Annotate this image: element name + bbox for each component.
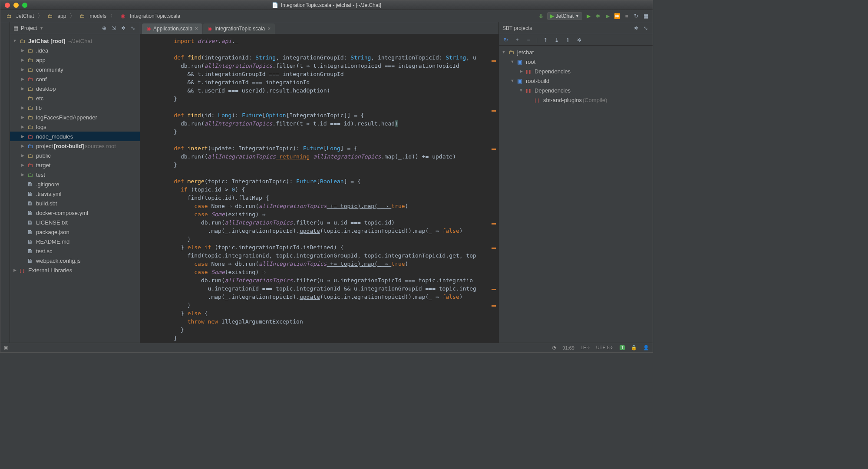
project-file[interactable]: 🗎.gitignore bbox=[10, 179, 140, 189]
project-folder[interactable]: ▶🗀lib bbox=[10, 103, 140, 112]
project-file[interactable]: 🗎package.json bbox=[10, 227, 140, 237]
file-icon: 🗎 bbox=[26, 238, 33, 245]
project-file[interactable]: 🗎README.md bbox=[10, 237, 140, 246]
editor-tab[interactable]: ◉ Application.scala × bbox=[142, 23, 202, 34]
project-file[interactable]: 🗎test.sc bbox=[10, 246, 140, 256]
dependencies-icon: ⫿⫿ bbox=[525, 87, 532, 94]
chevron-down-icon: ▼ bbox=[12, 39, 18, 43]
project-file[interactable]: 🗎docker-compose.yml bbox=[10, 208, 140, 218]
typed-handler-indicator[interactable]: T bbox=[620, 345, 625, 350]
project-folder[interactable]: ▶🗀.idea bbox=[10, 46, 140, 55]
breadcrumb-item[interactable]: ◉IntegrationTopic.scala bbox=[118, 12, 182, 20]
file-icon: 🗎 bbox=[26, 219, 33, 226]
close-icon[interactable]: × bbox=[267, 26, 271, 32]
profile-button[interactable]: ⏩ bbox=[614, 13, 620, 20]
run-configuration-selector[interactable]: ▶ JetChat ▼ bbox=[547, 12, 582, 20]
project-file[interactable]: 🗎webpack.config.js bbox=[10, 256, 140, 265]
project-folder[interactable]: ▶🗀desktop bbox=[10, 84, 140, 93]
project-folder[interactable]: ▶🗀target bbox=[10, 160, 140, 170]
project-folder[interactable]: ▶🗀app bbox=[10, 55, 140, 65]
folder-icon: 🗀 bbox=[79, 13, 86, 20]
project-file[interactable]: 🗎.travis.yml bbox=[10, 189, 140, 198]
folder-icon: 🗀 bbox=[508, 49, 515, 56]
chevron-down-icon: ▼ bbox=[575, 14, 579, 18]
project-tree[interactable]: ▼ 🗀 JetChat [root] ~/JetChat ▶🗀.idea▶🗀ap… bbox=[10, 34, 140, 343]
refresh-icon[interactable]: ↻ bbox=[502, 36, 509, 43]
gear-icon[interactable]: ✲ bbox=[120, 25, 127, 32]
project-folder[interactable]: ▶🗀node_modules bbox=[10, 132, 140, 141]
project-file[interactable]: 🗎build.sbt bbox=[10, 198, 140, 208]
tree-item-label: conf bbox=[36, 76, 47, 83]
stop-button[interactable]: ■ bbox=[623, 13, 630, 20]
project-folder[interactable]: 🗀etc bbox=[10, 93, 140, 103]
debug-button[interactable]: ✱ bbox=[594, 13, 601, 20]
project-folder[interactable]: ▶🗀public bbox=[10, 151, 140, 160]
run-button[interactable]: ▶ bbox=[585, 13, 592, 20]
line-separator[interactable]: LF≑ bbox=[581, 345, 590, 350]
library-icon: ⫿⫿ bbox=[534, 96, 541, 103]
scala-file-icon: ◉ bbox=[208, 26, 212, 32]
sbt-project-root[interactable]: ▼🗀jetchat bbox=[499, 47, 653, 57]
scroll-from-source-icon[interactable]: ⊕ bbox=[101, 25, 108, 32]
chevron-right-icon: ▶ bbox=[20, 125, 26, 129]
breadcrumb-item[interactable]: 🗀JetChat bbox=[4, 12, 36, 20]
chevron-down-icon[interactable]: ▼ bbox=[40, 26, 43, 30]
expand-icon[interactable]: ⤒ bbox=[542, 36, 549, 43]
window-title: 📄 IntegrationTopic.scala - jetchat - [~/… bbox=[0, 2, 653, 8]
close-icon[interactable]: × bbox=[195, 26, 198, 32]
lock-icon[interactable]: 🔒 bbox=[631, 345, 637, 350]
gear-icon[interactable]: ✲ bbox=[633, 25, 640, 32]
make-icon[interactable]: ⇊ bbox=[538, 13, 545, 20]
tree-root[interactable]: ▼ 🗀 JetChat [root] ~/JetChat bbox=[10, 36, 140, 46]
sbt-node[interactable]: ▼▣root-build bbox=[499, 76, 653, 86]
panel-title[interactable]: Project bbox=[21, 25, 37, 31]
tasks-icon[interactable]: ⫿ bbox=[564, 36, 571, 43]
project-folder[interactable]: ▶🗀project [root-build] sources root bbox=[10, 141, 140, 151]
project-structure-icon[interactable]: ▦ bbox=[642, 13, 649, 20]
tree-item-label: public bbox=[36, 152, 51, 159]
status-icon[interactable]: ▣ bbox=[4, 345, 8, 350]
sbt-node[interactable]: ▼▣root bbox=[499, 57, 653, 66]
remove-icon[interactable]: − bbox=[525, 36, 532, 43]
memory-indicator[interactable]: ◔ bbox=[552, 345, 556, 350]
chevron-right-icon: ▶ bbox=[20, 172, 26, 177]
inspection-profile-icon[interactable]: 👤 bbox=[643, 345, 649, 350]
folder-icon: 🗀 bbox=[26, 47, 33, 54]
project-folder[interactable]: ▶🗀conf bbox=[10, 74, 140, 84]
error-stripe[interactable] bbox=[492, 34, 497, 343]
chevron-right-icon: ▶ bbox=[20, 77, 26, 81]
chevron-right-icon: ▶ bbox=[20, 58, 26, 62]
external-libraries[interactable]: ▶ ⫿⫿ External Libraries bbox=[10, 265, 140, 275]
sbt-leaf[interactable]: ⫿⫿sbt-and-plugins (Compile) bbox=[499, 95, 653, 105]
collapse-icon[interactable]: ⤓ bbox=[553, 36, 560, 43]
project-folder[interactable]: ▶🗀test bbox=[10, 170, 140, 179]
project-file[interactable]: 🗎LICENSE.txt bbox=[10, 218, 140, 227]
editor-tabs: ◉ Application.scala × ◉ IntegrationTopic… bbox=[140, 22, 498, 34]
code-editor[interactable]: import driver.api._ def find(integration… bbox=[140, 34, 498, 343]
sbt-toolbar: ↻ ＋ − | ⤒ ⤓ ⫿ ✲ bbox=[499, 34, 653, 46]
hide-icon[interactable]: ⤡ bbox=[642, 25, 649, 32]
sbt-node[interactable]: ▶⫿⫿Dependencies bbox=[499, 66, 653, 76]
sbt-tree[interactable]: ▼🗀jetchat ▼▣root ▶⫿⫿Dependencies ▼▣root-… bbox=[499, 46, 653, 343]
hide-icon[interactable]: ⤡ bbox=[129, 25, 136, 32]
chevron-right-icon: ▶ bbox=[12, 268, 18, 272]
breadcrumb-item[interactable]: 🗀app bbox=[45, 12, 68, 20]
add-icon[interactable]: ＋ bbox=[514, 36, 521, 43]
coverage-button[interactable]: ▶ bbox=[604, 13, 611, 20]
settings-icon[interactable]: ✲ bbox=[576, 36, 583, 43]
breadcrumb-item[interactable]: 🗀models bbox=[77, 12, 108, 20]
tool-window-stripe-left[interactable] bbox=[0, 22, 10, 343]
rerun-icon[interactable]: ↻ bbox=[633, 13, 640, 20]
caret-position[interactable]: 91:69 bbox=[562, 345, 574, 350]
project-folder[interactable]: ▶🗀community bbox=[10, 65, 140, 74]
editor-tab[interactable]: ◉ IntegrationTopic.scala × bbox=[203, 23, 275, 34]
folder-icon: 🗀 bbox=[26, 85, 33, 92]
project-folder[interactable]: ▶🗀logs bbox=[10, 122, 140, 132]
collapse-all-icon[interactable]: ⇲ bbox=[110, 25, 117, 32]
folder-icon: 🗀 bbox=[26, 123, 33, 130]
file-encoding[interactable]: UTF-8≑ bbox=[596, 345, 614, 350]
project-folder[interactable]: ▶🗀logFacesFixedAppender bbox=[10, 112, 140, 122]
sbt-node[interactable]: ▼⫿⫿Dependencies bbox=[499, 86, 653, 95]
tree-item-label: etc bbox=[36, 95, 43, 102]
file-icon: 🗎 bbox=[26, 228, 33, 235]
